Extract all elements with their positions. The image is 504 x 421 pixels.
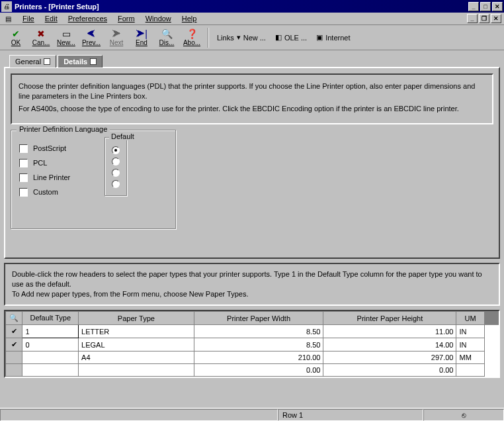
doc-icon: ▤ bbox=[3, 13, 13, 24]
title-bar: 🖨 Printers - [Printer Setup] _ □ ✕ bbox=[0, 0, 504, 13]
menu-window[interactable]: Window bbox=[140, 13, 177, 24]
maximize-button[interactable]: □ bbox=[480, 2, 491, 11]
details-panel: Choose the printer definition languages … bbox=[4, 67, 500, 259]
next-icon: ⮞ bbox=[112, 28, 121, 39]
x-icon: ✖ bbox=[37, 28, 45, 39]
status-message bbox=[0, 409, 278, 421]
cell-width[interactable]: 210.00 bbox=[194, 351, 323, 364]
default-legend: Default bbox=[109, 132, 136, 140]
col-paper-type[interactable]: Paper Type bbox=[79, 312, 194, 325]
status-row: Row 1 bbox=[278, 409, 423, 421]
row-header[interactable] bbox=[6, 364, 22, 377]
cell-paper-type[interactable]: A4 bbox=[79, 351, 194, 364]
scrollbar-track[interactable] bbox=[484, 312, 498, 325]
doc-minimize-button[interactable]: _ bbox=[467, 14, 478, 23]
cell-um[interactable] bbox=[456, 364, 484, 377]
menu-file[interactable]: File bbox=[17, 13, 40, 24]
custom-checkbox[interactable] bbox=[19, 188, 28, 197]
custom-label: Custom bbox=[33, 188, 99, 196]
default-radio-postscript[interactable] bbox=[112, 146, 120, 154]
toolbar: ✔ OK ✖ Can... ▭ New... ⮜ Prev... ⮞ Next … bbox=[0, 25, 504, 50]
cell-width[interactable]: 0.00 bbox=[194, 364, 323, 377]
ole-button[interactable]: ◧ OLE ... bbox=[271, 28, 311, 48]
menu-form[interactable]: Form bbox=[112, 13, 140, 24]
status-net: ⎋ bbox=[423, 409, 504, 421]
default-groupbox: Default bbox=[105, 137, 127, 196]
paper-table[interactable]: 🔍 Default Type Paper Type Printer Paper … bbox=[4, 310, 500, 378]
cell-default-type[interactable]: 0 bbox=[22, 338, 79, 351]
cell-width[interactable]: 8.50 bbox=[194, 325, 323, 338]
lineprinter-checkbox[interactable] bbox=[19, 173, 28, 182]
cell-default-type[interactable] bbox=[22, 364, 79, 377]
tab-details[interactable]: Details bbox=[58, 55, 103, 68]
cell-default-type[interactable]: 1 bbox=[22, 325, 79, 338]
cell-um[interactable]: MM bbox=[456, 351, 484, 364]
cell-um[interactable]: IN bbox=[456, 325, 484, 338]
minimize-button[interactable]: _ bbox=[468, 2, 479, 11]
row-header[interactable]: ✔ bbox=[6, 338, 22, 351]
close-button[interactable]: ✕ bbox=[492, 2, 503, 11]
display-icon: 🔍 bbox=[161, 28, 173, 39]
cancel-button[interactable]: ✖ Can... bbox=[29, 26, 53, 49]
menu-edit[interactable]: Edit bbox=[40, 13, 63, 24]
cell-height[interactable]: 14.00 bbox=[323, 338, 456, 351]
menu-bar: ▤ File Edit Preferences Form Window Help… bbox=[0, 13, 504, 25]
tab-icon bbox=[90, 58, 97, 65]
default-radio-pcl[interactable] bbox=[112, 158, 120, 165]
cell-height[interactable]: 297.00 bbox=[323, 351, 456, 364]
instruction-text: For AS400s, choose the type of encoding … bbox=[19, 104, 485, 114]
cell-width[interactable]: 8.50 bbox=[194, 338, 323, 351]
doc-restore-button[interactable]: ❐ bbox=[479, 14, 489, 23]
pcl-label: PCL bbox=[33, 159, 99, 167]
tab-strip: General Details bbox=[9, 54, 500, 67]
new-icon: ▭ bbox=[62, 28, 71, 39]
next-button[interactable]: ⮞ Next bbox=[105, 26, 128, 49]
col-width[interactable]: Printer Paper Width bbox=[194, 312, 323, 325]
links-dropdown[interactable]: Links ▾ New ... bbox=[213, 28, 270, 48]
cell-paper-type[interactable] bbox=[79, 364, 194, 377]
postscript-label: PostScript bbox=[33, 144, 99, 152]
table-row[interactable]: A4210.00297.00MM bbox=[6, 351, 499, 364]
about-button[interactable]: ❓ Abo... bbox=[180, 26, 204, 49]
pcl-checkbox[interactable] bbox=[19, 159, 28, 167]
postscript-checkbox[interactable] bbox=[19, 144, 28, 153]
pdl-legend: Printer Definition Language bbox=[17, 125, 110, 133]
col-rowicon[interactable]: 🔍 bbox=[6, 312, 22, 325]
globe-icon: ▣ bbox=[316, 33, 323, 42]
prev-icon: ⮜ bbox=[87, 28, 96, 39]
table-row[interactable]: ✔0LEGAL8.5014.00IN bbox=[6, 338, 499, 351]
toolbar-separator bbox=[208, 28, 209, 48]
menu-help[interactable]: Help bbox=[177, 13, 202, 24]
cell-height[interactable]: 0.00 bbox=[323, 364, 456, 377]
menu-preferences[interactable]: Preferences bbox=[63, 13, 112, 24]
window-title: Printers - [Printer Setup] bbox=[15, 3, 468, 11]
cell-um[interactable]: IN bbox=[456, 338, 484, 351]
instruction-text: Choose the printer definition languages … bbox=[19, 81, 485, 101]
table-row[interactable]: ✔1LETTER8.5011.00IN bbox=[6, 325, 499, 338]
default-radio-custom[interactable] bbox=[112, 180, 120, 188]
paper-instr-text: To Add new paper types, from the Form me… bbox=[12, 289, 492, 299]
instructions-box: Choose the printer definition languages … bbox=[11, 73, 493, 124]
doc-close-button[interactable]: ✕ bbox=[491, 14, 501, 23]
app-icon: 🖨 bbox=[1, 1, 12, 12]
row-header[interactable]: ✔ bbox=[6, 325, 22, 338]
internet-button[interactable]: ▣ Internet bbox=[312, 28, 354, 48]
display-button[interactable]: 🔍 Dis... bbox=[155, 26, 179, 49]
col-height[interactable]: Printer Paper Height bbox=[323, 312, 456, 325]
prev-button[interactable]: ⮜ Prev... bbox=[79, 26, 103, 49]
row-header[interactable] bbox=[6, 351, 22, 364]
col-um[interactable]: UM bbox=[456, 312, 484, 325]
tab-general[interactable]: General bbox=[9, 55, 56, 68]
cell-height[interactable]: 11.00 bbox=[323, 325, 456, 338]
end-button[interactable]: ⮞| End bbox=[130, 26, 153, 49]
table-row[interactable]: 0.000.00 bbox=[6, 364, 499, 377]
col-default-type[interactable]: Default Type bbox=[22, 312, 79, 325]
cell-default-type[interactable] bbox=[22, 351, 79, 364]
check-icon: ✔ bbox=[12, 28, 20, 39]
new-button[interactable]: ▭ New... bbox=[54, 26, 78, 49]
cell-paper-type[interactable]: LEGAL bbox=[79, 338, 194, 351]
ok-button[interactable]: ✔ OK bbox=[4, 26, 28, 49]
cell-paper-type[interactable]: LETTER bbox=[79, 325, 194, 338]
default-radio-lineprinter[interactable] bbox=[112, 169, 120, 177]
paper-instructions: Double-click the row headers to select t… bbox=[4, 263, 500, 306]
